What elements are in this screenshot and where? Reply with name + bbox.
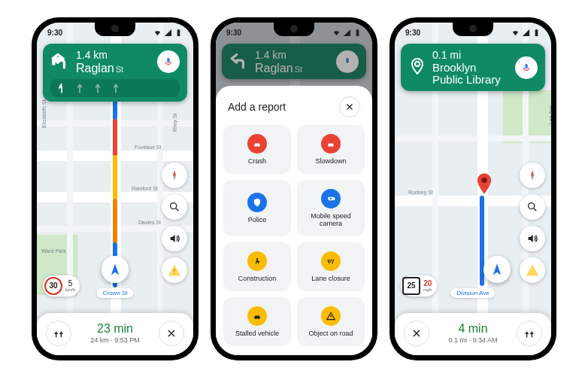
screen: 9:30 Foveaux St Rainford St Davies St Wa… — [37, 23, 193, 355]
mic-button[interactable] — [515, 56, 538, 79]
report-crash[interactable]: Crash — [223, 125, 291, 174]
signal-icon — [164, 29, 172, 37]
report-grid: Crash Slowdown Police Mobile speed camer… — [223, 125, 365, 346]
speed-display: 25 20 mph — [401, 275, 437, 296]
lane-left-icon — [56, 82, 67, 94]
report-construction[interactable]: Construction — [223, 242, 291, 291]
lane-guidance — [50, 79, 180, 97]
turn-left-icon — [229, 50, 249, 73]
street-label: Ward Park — [41, 248, 66, 254]
report-label: Construction — [238, 275, 277, 282]
close-nav-button[interactable] — [159, 321, 184, 346]
nav-destination: Brooklyn Public Library — [432, 62, 509, 87]
speed-value: 5 — [68, 279, 73, 287]
svg-point-6 — [529, 202, 535, 208]
speed-current: 20 mph — [423, 280, 432, 292]
bottom-bar[interactable]: 23 min 24 km · 9:53 PM — [37, 313, 193, 355]
destination-pin-icon — [408, 56, 426, 80]
compass-button[interactable] — [520, 163, 545, 188]
eta-block: 4 min 0.1 mi · 9:34 AM — [448, 322, 497, 344]
search-button[interactable] — [162, 194, 187, 220]
signal-icon — [343, 29, 351, 37]
nav-destination: RaglanSt — [255, 62, 330, 75]
report-label: Slowdown — [315, 157, 346, 165]
close-sheet-button[interactable] — [339, 96, 360, 117]
report-label: Police — [248, 216, 267, 223]
camera-notch — [95, 23, 135, 36]
nav-destination-line1: Brooklyn — [432, 62, 509, 74]
report-stalled-vehicle[interactable]: Stalled vehicle — [223, 297, 291, 346]
audio-button[interactable] — [162, 226, 187, 251]
mic-button[interactable] — [157, 50, 180, 73]
street-label: Foveaux St — [135, 144, 161, 150]
status-icons — [332, 29, 362, 37]
mic-button — [336, 50, 359, 73]
status-time: 9:30 — [47, 29, 62, 37]
report-lane-closure[interactable]: Lane closure — [297, 242, 365, 291]
report-label: Mobile speed camera — [299, 212, 363, 227]
bottom-bar[interactable]: 4 min 0.1 mi · 9:34 AM — [395, 313, 551, 355]
svg-point-4 — [256, 257, 258, 259]
report-label: Stalled vehicle — [235, 330, 279, 337]
compass-button[interactable] — [162, 163, 187, 188]
nav-distance: 0.1 mi — [432, 50, 509, 60]
speed-unit: km/h — [65, 287, 75, 292]
police-icon — [247, 193, 267, 212]
search-button[interactable] — [520, 194, 545, 220]
svg-point-1 — [171, 202, 177, 208]
eta-time: 23 min — [90, 322, 140, 336]
alt-routes-button[interactable] — [46, 321, 71, 346]
status-icons — [511, 29, 541, 37]
nav-destination-line2: Public Library — [432, 74, 509, 87]
object-icon — [321, 306, 341, 326]
current-street-chip[interactable]: Division Ave — [450, 288, 495, 298]
speed-value: 20 — [423, 279, 432, 287]
alt-routes-button[interactable] — [517, 321, 542, 346]
audio-button[interactable] — [520, 226, 545, 251]
lane-straight-icon — [111, 82, 121, 94]
lane-straight-icon — [74, 82, 85, 94]
navigation-card[interactable]: 1.4 km RaglanSt — [43, 44, 187, 102]
status-icons — [153, 29, 183, 37]
report-object-on-road[interactable]: Object on road — [297, 297, 365, 346]
report-police[interactable]: Police — [223, 180, 291, 236]
battery-icon — [532, 29, 541, 37]
speed-limit: 30 — [44, 277, 62, 295]
phone-right: 9:30 Rodney St Lee Ave — [389, 17, 556, 360]
navigation-card[interactable]: 0.1 mi Brooklyn Public Library — [401, 44, 545, 91]
street-label: Rainford St — [132, 186, 158, 191]
lane-straight-icon — [92, 82, 103, 94]
speed-limit: 25 — [402, 277, 420, 295]
report-label: Lane closure — [311, 275, 350, 282]
nav-destination-main: Raglan — [255, 62, 293, 74]
destination-pin — [476, 173, 493, 199]
gps-location-marker — [483, 256, 511, 283]
turn-left-icon — [50, 50, 70, 73]
wifi-icon — [511, 29, 520, 37]
nav-distance: 1.4 km — [76, 50, 151, 60]
eta-sub: 0.1 mi · 9:34 AM — [448, 336, 497, 344]
construction-icon — [247, 251, 267, 271]
nav-destination-suffix: St — [295, 65, 302, 74]
battery-icon — [174, 29, 183, 37]
street-label: Lee Ave — [548, 105, 551, 124]
report-slowdown[interactable]: Slowdown — [297, 125, 365, 174]
report-speed-camera[interactable]: Mobile speed camera — [297, 180, 365, 236]
street-label: Rodney St — [408, 190, 433, 195]
phone-left: 9:30 Foveaux St Rainford St Davies St Wa… — [32, 17, 199, 360]
nav-destination-suffix: St — [116, 65, 123, 74]
status-time: 9:30 — [226, 29, 241, 37]
camera-icon — [321, 189, 341, 208]
screen: 9:30 1.4 km RaglanSt — [216, 23, 372, 355]
report-button[interactable] — [162, 257, 187, 283]
lane-closure-icon — [321, 251, 341, 271]
map-side-buttons — [162, 163, 187, 283]
battery-icon — [353, 29, 362, 37]
signal-icon — [522, 29, 530, 37]
eta-time: 4 min — [448, 322, 497, 336]
status-time: 9:30 — [405, 29, 420, 37]
stalled-icon — [247, 306, 267, 326]
current-street-chip[interactable]: Crown St — [97, 288, 134, 298]
report-button[interactable] — [520, 257, 545, 283]
close-nav-button[interactable] — [404, 321, 429, 346]
